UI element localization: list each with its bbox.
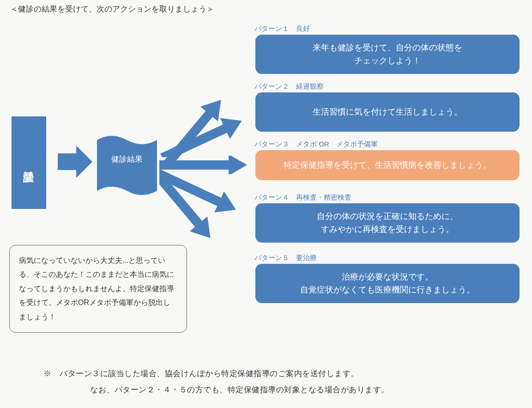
arrow-to-pattern-2-icon bbox=[159, 102, 252, 157]
pattern-4-label: パターン４ 再検査・精密検査 bbox=[254, 193, 351, 202]
pattern-5-text: 治療が必要な状況です。 自覚症状がなくても医療機関に行きましょう。 bbox=[300, 271, 475, 297]
pattern-2-text: 生活習慣に気を付けて生活しましょう。 bbox=[313, 106, 462, 119]
pattern-1-bubble: 来年も健診を受けて、自分の体の状態を チェックしよう！ bbox=[255, 35, 520, 74]
note-text: 病気になっていないから大丈夫...と思っている、そこのあなた！このままだと本当に… bbox=[19, 256, 174, 321]
pattern-5-bubble: 治療が必要な状況です。 自覚症状がなくても医療機関に行きましょう。 bbox=[255, 264, 520, 303]
result-box: 健診結果 bbox=[97, 135, 157, 198]
pattern-4-bubble: 自分の体の状況を正確に知るために、 すみやかに再検査を受けましょう。 bbox=[255, 203, 520, 243]
result-label: 健診結果 bbox=[97, 154, 157, 164]
page-title: ＜健診の結果を受けて、次のアクションを取りましょう＞ bbox=[10, 4, 214, 14]
pattern-3-label: パターン３ メタボ OR メタボ予備軍 bbox=[254, 140, 378, 149]
note-box: 病気になっていないから大丈夫...と思っている、そこのあなた！このままだと本当に… bbox=[9, 245, 187, 333]
pattern-2-bubble: 生活習慣に気を付けて生活しましょう。 bbox=[255, 92, 520, 132]
checkup-box: 健診受診 bbox=[12, 116, 46, 209]
svg-marker-5 bbox=[159, 164, 219, 246]
pattern-3-text: 特定保健指導を受けて、生活習慣病を改善しましょう。 bbox=[284, 159, 491, 172]
pattern-2-label: パターン２ 経過観察 bbox=[254, 82, 324, 91]
arrow-right-icon bbox=[58, 146, 92, 178]
pattern-5-label: パターン５ 要治療 bbox=[254, 254, 317, 262]
footer-line-2: なお、パターン２・４・５の方でも、特定保健指導の対象となる場合があります。 bbox=[74, 382, 389, 398]
svg-marker-2 bbox=[159, 110, 247, 157]
pattern-1-label: パターン１ 良好 bbox=[254, 24, 310, 33]
pattern-3-bubble: 特定保健指導を受けて、生活習慣病を改善しましょう。 bbox=[255, 150, 520, 180]
pattern-4-text: 自分の体の状況を正確に知るために、 すみやかに再検査を受けましょう。 bbox=[317, 210, 458, 236]
svg-marker-0 bbox=[58, 146, 92, 178]
footer-line-1: ※ パターン３に該当した場合、協会けんぽから特定保健指導のご案内を送付します。 bbox=[43, 365, 359, 382]
pattern-1-text: 来年も健診を受けて、自分の体の状態を チェックしよう！ bbox=[313, 42, 462, 67]
